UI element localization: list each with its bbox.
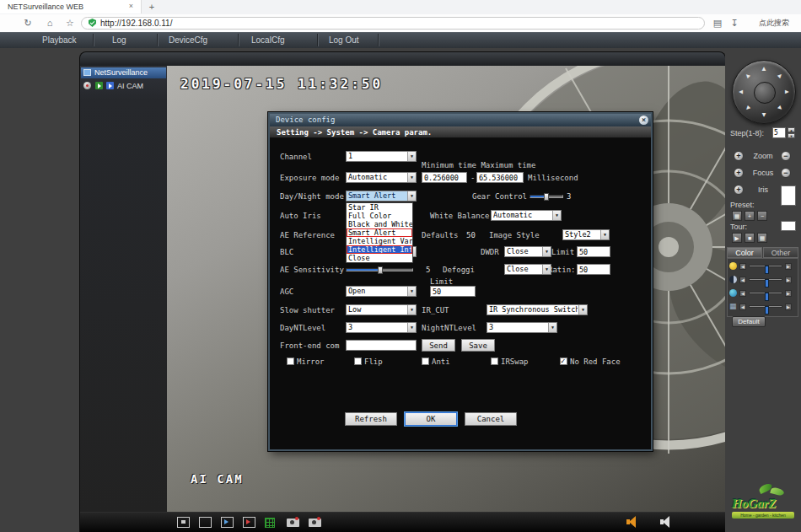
download-icon[interactable]: ↧ [728,17,740,29]
saturation-decrease-icon[interactable]: ◀ [739,290,746,297]
default-button[interactable]: Default [732,316,766,327]
tour-list-button[interactable]: ▦ [757,233,767,243]
preset-input[interactable] [781,185,796,206]
nightntlevel-select[interactable]: 3 ▼ [487,322,557,333]
dayntlevel-select[interactable]: 3 ▼ [346,322,417,333]
dropdown-option-close[interactable]: Close [347,254,412,262]
snapshot-button[interactable] [287,519,299,527]
brightness-increase-icon[interactable]: ▶ [785,263,792,270]
slider-thumb[interactable] [378,266,383,274]
url-input[interactable]: http://192.168.0.11/ [81,17,705,30]
ptz-down-arrow[interactable]: ▲ [759,110,769,120]
stream-main-button[interactable] [221,517,234,528]
menu-logout[interactable]: Log Out [329,32,359,48]
preset-grid-button[interactable]: ▦ [732,211,742,221]
image-style-select[interactable]: Style2 ▼ [562,229,610,240]
spin-up-icon[interactable]: ▲ [788,127,795,132]
fullscreen-button[interactable] [177,517,190,528]
apps-grid-icon[interactable]: ▤ [712,17,723,29]
volume-icon[interactable] [660,516,674,528]
dropdown-option-intelligent-vari[interactable]: Intelligent Vari [347,237,412,245]
search-here-link[interactable]: 点此搜索 [759,18,789,29]
home-icon[interactable]: ⌂ [44,17,56,29]
cancel-button[interactable]: Cancel [465,412,517,426]
step-input[interactable] [772,127,786,138]
dropdown-option-black-and-white[interactable]: Black and White [347,220,412,228]
contrast-decrease-icon[interactable]: ◀ [739,277,746,283]
dropdown-option-full-color[interactable]: Full Color [347,212,412,220]
iris-open-button[interactable]: + [734,185,744,195]
ptz-direction-pad[interactable]: ▲ ▲ ▲ ▲ ▲ ▲ ▲ ▲ [732,60,796,124]
tab-other[interactable]: Other [763,247,798,258]
brightness-slider[interactable] [749,265,782,267]
stream-sub-button[interactable] [243,517,255,528]
send-button[interactable]: Send [422,339,455,352]
alarm-sound-icon[interactable] [626,516,640,528]
device-stream-icon[interactable] [106,82,114,89]
dropdown-option-intelligent-infr[interactable]: Intelligent Infr [347,245,412,254]
dropdown-option-smart-alert[interactable]: Smart Alert [347,228,412,237]
agc-limit-input[interactable] [430,286,476,297]
ptz-downright-arrow[interactable]: ▲ [773,101,788,116]
hue-slider[interactable] [749,305,782,308]
ptz-downleft-arrow[interactable]: ▲ [740,101,755,116]
record-button[interactable] [309,519,321,527]
focus-near-button[interactable]: + [734,168,744,178]
close-tab-icon[interactable]: × [126,2,136,11]
menu-localcfg[interactable]: LocalCfg [251,32,284,48]
contrast-increase-icon[interactable]: ▶ [785,277,792,283]
ptz-upleft-arrow[interactable]: ▲ [740,68,755,83]
multi-view-button[interactable] [265,518,275,528]
spin-down-icon[interactable]: ▼ [788,133,795,138]
new-tab-button[interactable]: + [147,2,157,12]
ptz-right-arrow[interactable]: ▲ [782,87,792,97]
hue-decrease-icon[interactable]: ◀ [739,304,746,310]
refresh-button[interactable]: Refresh [345,412,397,426]
white-balance-select[interactable]: Automatic ▼ [491,210,562,221]
refresh-icon[interactable]: ↻ [22,17,34,29]
saturation-slider[interactable] [749,292,782,294]
slow-shutter-select[interactable]: Low ▼ [346,304,417,315]
ae-sensitivity-slider[interactable] [346,266,413,274]
menu-playback[interactable]: Playback [42,32,77,48]
frontend-command-input[interactable] [346,340,417,351]
ircut-select[interactable]: IR Synchronous Switch ▼ [487,304,588,315]
brightness-decrease-icon[interactable]: ◀ [739,263,746,270]
zoom-in-button[interactable]: + [734,151,744,161]
dialog-close-icon[interactable]: × [639,116,648,125]
dwdr-limit-input[interactable] [577,246,610,257]
tree-root-netsurveillance[interactable]: NetSurveillance [81,67,166,78]
menu-devicecfg[interactable]: DeviceCfg [169,32,207,48]
gear-control-slider[interactable] [530,193,563,201]
saturation-increase-icon[interactable]: ▶ [785,290,792,297]
zoom-out-button[interactable]: − [781,151,791,161]
dialog-title-bar[interactable]: Device config × [270,114,651,126]
preset-add-button[interactable]: + [745,211,755,221]
dropdown-option-star-ir[interactable]: Star IR [347,203,412,212]
exposure-max-input[interactable] [476,172,524,183]
ptz-up-arrow[interactable]: ▲ [759,64,769,74]
channel-select[interactable]: 1 ▼ [346,151,417,162]
exposure-mode-select[interactable]: Automatic ▼ [346,172,417,183]
tab-color[interactable]: Color [727,247,762,258]
tour-play-button[interactable]: ▶ [732,233,742,243]
rating-input[interactable] [577,264,610,275]
device-status-icon[interactable] [83,82,91,89]
browser-tab[interactable]: NETSurveillance WEB × [0,0,142,13]
contrast-slider[interactable] [749,278,782,281]
single-view-button[interactable] [199,517,212,528]
menu-log[interactable]: Log [112,32,126,48]
preset-delete-button[interactable]: − [757,211,767,221]
save-button[interactable]: Save [461,339,495,352]
ok-button[interactable]: OK [405,412,457,426]
focus-far-button[interactable]: − [781,168,791,178]
agc-select[interactable]: Open ▼ [346,286,417,297]
tour-input[interactable] [781,221,796,231]
device-play-icon[interactable] [95,82,103,89]
dwdr-select[interactable]: Close ▼ [504,246,551,257]
ptz-left-arrow[interactable]: ▲ [736,87,746,97]
tour-stop-button[interactable]: ■ [745,233,755,243]
ptz-center-button[interactable] [754,82,776,104]
exposure-min-input[interactable] [422,172,467,183]
hue-increase-icon[interactable]: ▶ [785,304,792,310]
